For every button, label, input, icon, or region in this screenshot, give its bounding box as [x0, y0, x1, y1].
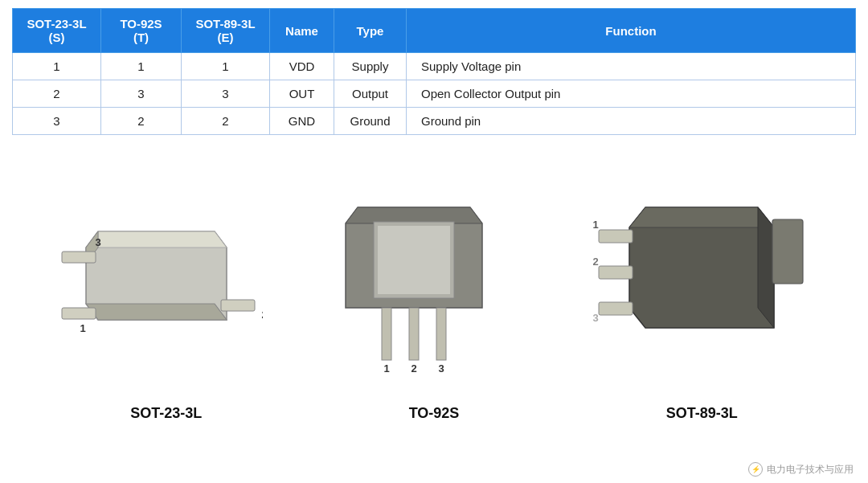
- svg-text:3: 3: [438, 362, 444, 375]
- svg-text:1: 1: [593, 219, 599, 231]
- cell-sot89-1: 1: [182, 53, 270, 80]
- cell-name-1: VDD: [270, 53, 334, 80]
- watermark-text: 电力电子技术与应用: [767, 463, 854, 477]
- packages-section: 1 2 3 SOT-23-3L: [0, 151, 868, 422]
- to92-svg: 1 2 3: [321, 159, 506, 376]
- cell-to92-1: 1: [101, 53, 182, 80]
- cell-sot89-2: 3: [182, 80, 270, 108]
- cell-sot89-3: 2: [182, 108, 270, 135]
- cell-to92-2: 3: [101, 80, 182, 108]
- svg-rect-8: [62, 252, 96, 263]
- package-to92-diagram: 1 2 3: [321, 159, 547, 400]
- pin-table: SOT-23-3L(S) TO-92S(T) SOT-89-3L(E) Name…: [12, 8, 856, 135]
- watermark: ⚡ 电力电子技术与应用: [748, 462, 854, 477]
- svg-marker-1: [98, 231, 227, 248]
- cell-name-3: GND: [270, 108, 334, 135]
- svg-text:2: 2: [411, 362, 416, 375]
- cell-func-1: Supply Voltage pin: [407, 53, 856, 80]
- header-to92: TO-92S(T): [101, 9, 182, 53]
- package-sot89: 1 2 3 SOT-89-3L: [581, 159, 822, 422]
- svg-text:1: 1: [383, 362, 389, 375]
- svg-rect-4: [62, 308, 96, 319]
- header-type: Type: [334, 9, 407, 53]
- cell-type-3: Ground: [334, 108, 407, 135]
- cell-type-1: Supply: [334, 53, 407, 80]
- svg-rect-24: [599, 230, 633, 243]
- package-to92: 1 2 3 TO-92S: [313, 159, 555, 422]
- sot23-svg: 1 2 3: [54, 159, 263, 376]
- package-to92-label: TO-92S: [409, 405, 460, 422]
- header-sot23: SOT-23-3L(S): [13, 9, 101, 53]
- header-sot89: SOT-89-3L(E): [182, 9, 270, 53]
- cell-func-3: Ground pin: [407, 108, 856, 135]
- svg-rect-23: [772, 219, 803, 284]
- package-sot23: 1 2 3 SOT-23-3L: [46, 159, 287, 422]
- svg-text:2: 2: [593, 256, 599, 268]
- cell-func-2: Open Collector Output pin: [407, 80, 856, 108]
- svg-rect-14: [382, 308, 391, 360]
- svg-text:1: 1: [80, 322, 85, 334]
- cell-sot23-3: 3: [13, 108, 101, 135]
- svg-rect-6: [221, 300, 255, 311]
- svg-marker-21: [629, 207, 774, 227]
- pin-table-section: SOT-23-3L(S) TO-92S(T) SOT-89-3L(E) Name…: [0, 0, 868, 143]
- svg-rect-15: [409, 308, 419, 360]
- svg-rect-28: [599, 302, 633, 315]
- cell-name-2: OUT: [270, 80, 334, 108]
- svg-rect-16: [436, 308, 446, 360]
- package-sot23-diagram: 1 2 3: [54, 159, 279, 400]
- package-sot23-label: SOT-23-3L: [130, 405, 202, 422]
- cell-type-2: Output: [334, 80, 407, 108]
- svg-rect-26: [599, 266, 633, 279]
- svg-marker-22: [758, 207, 774, 328]
- table-row: 2 3 3 OUT Output Open Collector Output p…: [13, 80, 856, 108]
- svg-text:3: 3: [95, 236, 100, 248]
- cell-sot23-1: 1: [13, 53, 101, 80]
- cell-sot23-2: 2: [13, 80, 101, 108]
- header-func: Function: [407, 9, 856, 53]
- svg-marker-3: [86, 304, 227, 320]
- table-row: 1 1 1 VDD Supply Supply Voltage pin: [13, 53, 856, 80]
- svg-text:3: 3: [593, 312, 599, 324]
- svg-marker-11: [346, 207, 482, 223]
- svg-text:2: 2: [261, 309, 263, 321]
- package-sot89-label: SOT-89-3L: [666, 405, 738, 422]
- package-sot89-diagram: 1 2 3: [589, 159, 814, 400]
- table-row: 3 2 2 GND Ground Ground pin: [13, 108, 856, 135]
- watermark-icon: ⚡: [748, 462, 763, 477]
- sot89-svg: 1 2 3: [589, 159, 814, 376]
- header-name: Name: [270, 9, 334, 53]
- svg-rect-13: [378, 226, 450, 294]
- cell-to92-3: 2: [101, 108, 182, 135]
